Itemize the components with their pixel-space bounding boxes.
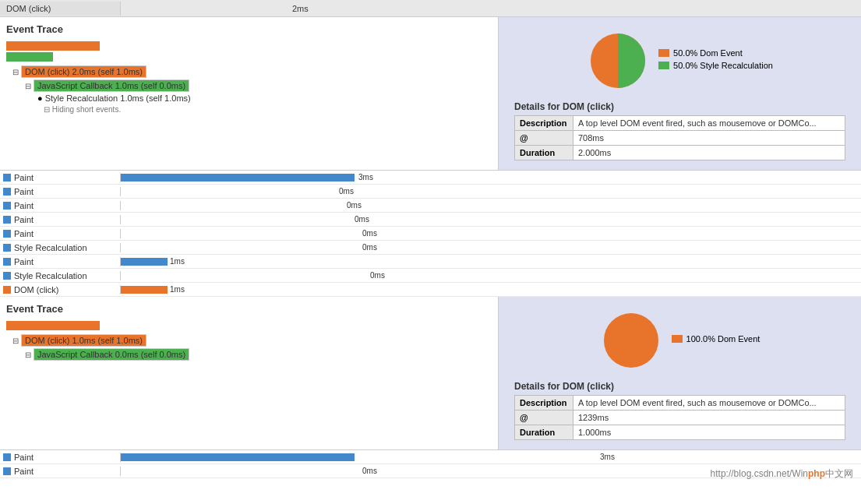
timeline-bar-dom-1ms: 1ms	[121, 283, 861, 296]
row-color-style-1	[3, 244, 11, 252]
style-recalc-item-1: ● Style Recalculation 1.0ms (self 1.0ms)	[6, 93, 492, 104]
time-label-paint-0ms-3: 0ms	[355, 215, 369, 224]
row-color-paint-6	[3, 258, 11, 266]
details-row-duration-1: Duration 2.000ms	[515, 146, 845, 160]
trace-green-bar-1	[6, 52, 53, 62]
timeline-bar-paint-3ms-2: 3ms	[121, 450, 861, 463]
trace-tree-1: ⊟ DOM (click) 2.0ms (self 1.0ms) ⊟ JavaS…	[0, 63, 498, 115]
header-row: DOM (click) 2ms	[0, 0, 861, 17]
blue-bar-paint-3ms	[121, 174, 355, 182]
event-trace-right-1: 50.0% Dom Event 50.0% Style Recalculatio…	[499, 17, 861, 170]
timeline-row-paint-3ms: Paint 3ms	[0, 171, 861, 185]
legend-dom-event-label-1: 50.0% Dom Event	[673, 48, 743, 58]
timeline-row-paint-0ms-4: Paint 0ms	[0, 227, 861, 241]
row-color-paint-7	[3, 453, 11, 461]
timeline-row-paint-0ms-3: Paint 0ms	[0, 213, 861, 227]
expand-icon-js-2[interactable]: ⊟	[25, 351, 31, 359]
details-label-at-2: @	[515, 411, 573, 425]
time-label-paint-3ms: 3ms	[358, 173, 373, 182]
main-container: DOM (click) 2ms Event Trace ⊟ DOM (click…	[0, 0, 861, 478]
pie-area-2: 100.0% Dom Event	[508, 303, 852, 378]
timeline-bar-paint-1ms: 1ms	[121, 255, 861, 268]
event-trace-title-2: Event Trace	[0, 300, 498, 319]
event-trace-left-2: Event Trace ⊟ DOM (click) 1.0ms (self 1.…	[0, 297, 499, 449]
row-color-style-2	[3, 272, 11, 280]
orange-bar-dom-1ms	[121, 286, 168, 294]
legend-color-green-1	[658, 62, 669, 69]
row-color-paint-5	[3, 230, 11, 238]
details-table-1: Description A top level DOM event fired,…	[514, 115, 845, 160]
header-label: DOM (click)	[0, 2, 121, 16]
row-color-paint-4	[3, 216, 11, 224]
trace-tree-2: ⊟ DOM (click) 1.0ms (self 1.0ms) ⊟ JavaS…	[0, 332, 498, 363]
header-timeline: 2ms	[121, 4, 861, 13]
dom-click-item-2: ⊟ DOM (click) 1.0ms (self 1.0ms)	[6, 333, 492, 347]
timeline-label-style-0ms-1: Style Recalculation	[0, 243, 121, 252]
details-row-description-1: Description A top level DOM event fired,…	[515, 116, 845, 131]
time-label-paint-0ms-5: 0ms	[362, 467, 377, 475]
time-label-dom-1ms: 1ms	[170, 285, 185, 294]
js-callback-item-2: ⊟ JavaScript Callback 0.0ms (self 0.0ms)	[6, 347, 492, 361]
timeline-bar-paint-0ms-1: 0ms	[121, 185, 861, 198]
details-table-2: Description A top level DOM event fired,…	[514, 395, 845, 440]
timeline-bar-paint-0ms-4: 0ms	[121, 227, 861, 240]
timeline-label-paint-0ms-3: Paint	[0, 215, 121, 224]
timeline-bar-style-0ms-2: 0ms	[121, 269, 861, 282]
details-title-1: Details for DOM (click)	[514, 101, 845, 112]
time-label-style-0ms-2: 0ms	[370, 271, 385, 280]
hide-icon-1: ⊟	[44, 105, 50, 114]
pie-chart-2	[600, 309, 662, 372]
timeline-row-paint-0ms-2: Paint 0ms	[0, 199, 861, 213]
legend-color-orange-1	[658, 49, 669, 57]
timeline-bar-paint-0ms-3: 0ms	[121, 213, 861, 226]
timeline-bar-paint-3ms: 3ms	[121, 171, 861, 184]
timeline-row-paint-3ms-2: Paint 3ms	[0, 450, 861, 464]
expand-icon-1[interactable]: ⊟	[12, 68, 19, 76]
header-dom-click: DOM (click)	[6, 4, 51, 13]
timeline-section-1: Paint 3ms Paint 0ms Paint 0ms	[0, 171, 861, 297]
bullet-1: ●	[37, 93, 43, 103]
dom-click-label-1: DOM (click) 2.0ms (self 1.0ms)	[21, 65, 146, 78]
details-label-description-2: Description	[515, 396, 573, 411]
pie-area-1: 50.0% Dom Event 50.0% Style Recalculatio…	[508, 23, 852, 98]
timeline-label-dom-1ms: DOM (click)	[0, 285, 121, 294]
timeline-label-paint-0ms-5: Paint	[0, 467, 121, 476]
time-label-style-0ms-1: 0ms	[362, 243, 377, 252]
timeline-label-style-0ms-2: Style Recalculation	[0, 271, 121, 280]
time-label-paint-3ms-2: 3ms	[600, 453, 615, 461]
style-recalc-label-1: Style Recalculation 1.0ms (self 1.0ms)	[45, 93, 191, 103]
timeline-row-style-0ms-2: Style Recalculation 0ms	[0, 269, 861, 283]
details-label-description-1: Description	[515, 116, 573, 131]
timeline-label-paint-0ms-2: Paint	[0, 201, 121, 210]
expand-icon-js-1[interactable]: ⊟	[25, 82, 31, 90]
event-trace-left-1: Event Trace ⊟ DOM (click) 2.0ms (self 1.…	[0, 17, 499, 170]
details-label-at-1: @	[515, 131, 573, 146]
timeline-row-dom-1ms: DOM (click) 1ms	[0, 283, 861, 297]
watermark-php: php	[808, 468, 825, 478]
time-label-paint-0ms-4: 0ms	[362, 229, 377, 238]
timeline-row-paint-1ms: Paint 1ms	[0, 255, 861, 269]
legend-style-recalc-label-1: 50.0% Style Recalculation	[673, 61, 773, 70]
pie-legend-1: 50.0% Dom Event 50.0% Style Recalculatio…	[658, 48, 773, 73]
details-section-1: Details for DOM (click) Description A to…	[508, 98, 852, 164]
timeline-text-paint-3ms: Paint	[14, 173, 34, 182]
timeline-label-paint-3ms-2: Paint	[0, 453, 121, 462]
timeline-bar-style-0ms-1: 0ms	[121, 241, 861, 254]
watermark: http://blog.csdn.net/Winphp中文网	[711, 467, 853, 478]
event-trace-right-2: 100.0% Dom Event Details for DOM (click)…	[499, 297, 861, 449]
timeline-row-style-0ms-1: Style Recalculation 0ms	[0, 241, 861, 255]
trace-orange-bar-1	[6, 41, 100, 51]
legend-dom-event-2: 100.0% Dom Event	[672, 334, 760, 344]
dom-click-item-1: ⊟ DOM (click) 2.0ms (self 1.0ms)	[6, 65, 492, 79]
time-label-paint-0ms-1: 0ms	[339, 187, 354, 196]
row-color-paint	[3, 174, 11, 182]
expand-icon-2[interactable]: ⊟	[12, 337, 19, 345]
details-row-duration-2: Duration 1.000ms	[515, 425, 845, 440]
legend-dom-event-1: 50.0% Dom Event	[658, 48, 773, 58]
legend-dom-event-label-2: 100.0% Dom Event	[686, 334, 760, 344]
row-color-paint-2	[3, 188, 11, 196]
event-trace-section-2: Event Trace ⊟ DOM (click) 1.0ms (self 1.…	[0, 297, 861, 450]
details-value-at-2: 1239ms	[573, 411, 845, 425]
blue-bar-paint-1ms	[121, 258, 168, 266]
hide-events-label-1: ⊟ Hiding short events.	[6, 104, 492, 114]
